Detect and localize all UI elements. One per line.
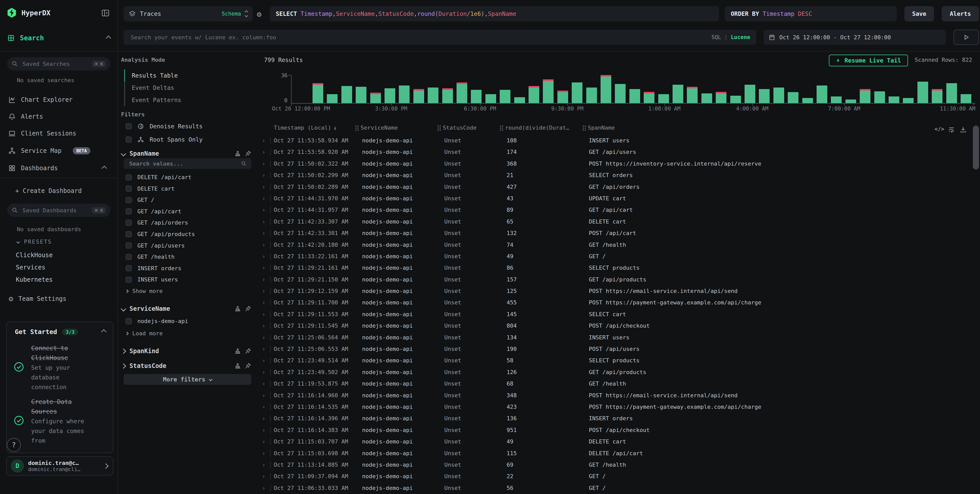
filter-group-statuscode[interactable]: StatusCode xyxy=(121,362,251,370)
spanname-search-box[interactable] xyxy=(124,158,251,169)
table-row[interactable]: ›Oct 27 11:44:31.957 AMnodejs-demo-apiUn… xyxy=(258,204,973,216)
expand-row-icon[interactable]: › xyxy=(262,355,265,366)
table-row[interactable]: ›Oct 27 11:15:03.698 AMnodejs-demo-apiUn… xyxy=(258,448,973,459)
table-row[interactable]: ›Oct 27 11:29:11.553 AMnodejs-demo-apiUn… xyxy=(258,308,973,320)
checkbox[interactable] xyxy=(126,174,132,180)
alerts-button[interactable]: Alerts xyxy=(942,6,979,21)
checkbox[interactable] xyxy=(126,265,132,271)
expand-row-icon[interactable]: › xyxy=(262,308,265,320)
expand-row-icon[interactable]: › xyxy=(262,251,265,262)
column-statuscode[interactable]: StatusCode xyxy=(437,124,476,131)
table-row[interactable]: ›Oct 27 11:16:14.960 AMnodejs-demo-apiUn… xyxy=(258,390,973,401)
sidebar-item-chart-explorer[interactable]: Chart Explorer xyxy=(8,96,110,103)
lucene-mode[interactable]: Lucene xyxy=(731,34,750,40)
expand-row-icon[interactable]: › xyxy=(262,378,265,389)
drag-handle-icon[interactable] xyxy=(437,125,441,131)
table-row[interactable]: ›Oct 27 11:33:22.161 AMnodejs-demo-apiUn… xyxy=(258,251,973,262)
table-row[interactable]: ›Oct 27 11:44:31.970 AMnodejs-demo-apiUn… xyxy=(258,193,973,204)
column-servicename[interactable]: ServiceName xyxy=(355,124,398,131)
table-row[interactable]: ›Oct 27 11:29:21.150 AMnodejs-demo-apiUn… xyxy=(258,274,973,285)
expand-row-icon[interactable]: › xyxy=(262,227,265,239)
table-row[interactable]: ›Oct 27 11:09:37.094 AMnodejs-demo-apiUn… xyxy=(258,470,973,482)
spanname-search-input[interactable] xyxy=(128,160,238,167)
checkbox[interactable] xyxy=(126,220,132,226)
expand-row-icon[interactable]: › xyxy=(262,413,265,424)
filter-value-row[interactable]: INSERT orders xyxy=(126,265,181,272)
chart-icon[interactable] xyxy=(234,348,241,354)
chart-icon[interactable] xyxy=(234,150,241,157)
table-row[interactable]: ›Oct 27 11:29:11.545 AMnodejs-demo-apiUn… xyxy=(258,320,973,332)
pin-icon[interactable] xyxy=(245,305,251,312)
checkbox[interactable] xyxy=(126,231,132,237)
filter-value-row[interactable]: DELETE /api/cart xyxy=(126,174,191,180)
filter-group-servicename[interactable]: ServiceName xyxy=(121,305,251,312)
table-row[interactable]: ›Oct 27 11:42:33.307 AMnodejs-demo-apiUn… xyxy=(258,216,973,227)
table-scrollbar-thumb[interactable] xyxy=(973,125,979,170)
filter-value-row[interactable]: GET /api/cart xyxy=(126,208,181,214)
table-row[interactable]: ›Oct 27 11:19:53.875 AMnodejs-demo-apiUn… xyxy=(258,378,973,389)
expand-row-icon[interactable]: › xyxy=(262,343,265,355)
collapse-dashboards-icon[interactable] xyxy=(102,165,107,171)
expand-row-icon[interactable]: › xyxy=(262,193,265,204)
checkbox[interactable] xyxy=(126,276,132,283)
expand-row-icon[interactable]: › xyxy=(262,401,265,413)
preset-item[interactable]: Services xyxy=(16,261,53,273)
sidebar-item-dashboards[interactable]: Dashboards xyxy=(8,164,110,172)
table-row[interactable]: ›Oct 27 11:53:58.934 AMnodejs-demo-apiUn… xyxy=(258,135,973,146)
checkbox[interactable] xyxy=(126,186,132,192)
saved-dashboards-input[interactable] xyxy=(21,206,89,214)
query-settings-gear-icon[interactable]: ⚙ xyxy=(257,10,261,19)
table-row[interactable]: ›Oct 27 11:23:49.502 AMnodejs-demo-apiUn… xyxy=(258,367,973,378)
table-row[interactable]: ›Oct 27 11:15:03.707 AMnodejs-demo-apiUn… xyxy=(258,436,973,447)
table-row[interactable]: ›Oct 27 11:29:11.700 AMnodejs-demo-apiUn… xyxy=(258,297,973,308)
table-row[interactable]: ›Oct 27 11:29:21.161 AMnodejs-demo-apiUn… xyxy=(258,262,973,273)
saved-searches-box[interactable]: ⌘ K xyxy=(7,57,110,70)
create-dashboard-button[interactable]: + Create Dashboard xyxy=(15,187,82,194)
filter-group-spankind[interactable]: SpanKind xyxy=(121,348,251,355)
table-row[interactable]: ›Oct 27 11:42:20.180 AMnodejs-demo-apiUn… xyxy=(258,239,973,251)
analysis-mode-option[interactable]: Event Patterns xyxy=(124,94,181,106)
column-duration[interactable]: round(divide(Durat… xyxy=(500,124,570,131)
table-row[interactable]: ›Oct 27 11:16:14.383 AMnodejs-demo-apiUn… xyxy=(258,424,973,436)
chart-icon[interactable] xyxy=(234,362,241,369)
download-icon[interactable] xyxy=(959,126,967,133)
sidebar-item-alerts[interactable]: Alerts xyxy=(8,113,110,121)
get-started-step-2[interactable]: Create Data Sources Configure where your… xyxy=(6,396,113,445)
expand-row-icon[interactable]: › xyxy=(262,470,265,482)
table-row[interactable]: ›Oct 27 11:29:12.159 AMnodejs-demo-apiUn… xyxy=(258,285,973,297)
chart-icon[interactable] xyxy=(234,305,241,312)
save-button[interactable]: Save xyxy=(904,6,934,21)
saved-dashboards-box[interactable]: ⌘ K xyxy=(7,203,110,217)
more-filters-button[interactable]: More filters xyxy=(124,374,251,385)
expand-row-icon[interactable]: › xyxy=(262,216,265,227)
table-row[interactable]: ›Oct 27 11:23:49.514 AMnodejs-demo-apiUn… xyxy=(258,355,973,366)
saved-searches-input[interactable] xyxy=(21,60,89,68)
expand-row-icon[interactable]: › xyxy=(262,146,265,158)
expand-row-icon[interactable]: › xyxy=(262,170,265,181)
analysis-mode-option[interactable]: Results Table xyxy=(124,70,181,82)
drag-handle-icon[interactable] xyxy=(582,125,586,131)
expand-row-icon[interactable]: › xyxy=(262,297,265,308)
drag-handle-icon[interactable] xyxy=(500,125,503,131)
expand-row-icon[interactable]: › xyxy=(262,285,265,297)
checkbox[interactable] xyxy=(126,197,132,203)
filter-value-row[interactable]: GET /api/products xyxy=(126,231,195,237)
expand-row-icon[interactable]: › xyxy=(262,448,265,459)
sql-mode[interactable]: SQL xyxy=(711,34,721,40)
expand-row-icon[interactable]: › xyxy=(262,436,265,447)
sidebar-item-search[interactable]: Search xyxy=(7,34,110,42)
table-row[interactable]: ›Oct 27 11:42:33.301 AMnodejs-demo-apiUn… xyxy=(258,227,973,239)
expand-row-icon[interactable]: › xyxy=(262,424,265,436)
pin-icon[interactable] xyxy=(245,150,251,157)
table-row[interactable]: ›Oct 27 11:50:02.289 AMnodejs-demo-apiUn… xyxy=(258,181,973,193)
get-started-step-1[interactable]: Connect to ClickHouse Set up your databa… xyxy=(6,343,113,391)
table-row[interactable]: ›Oct 27 11:13:14.885 AMnodejs-demo-apiUn… xyxy=(258,459,973,470)
language-toggle[interactable]: SQL | Lucene xyxy=(711,34,750,40)
checkbox[interactable] xyxy=(126,123,132,129)
get-started-step-3[interactable]: Add Data Start sending xyxy=(6,450,113,453)
help-button[interactable]: ? xyxy=(6,438,21,452)
expand-row-icon[interactable]: › xyxy=(262,262,265,273)
source-selector[interactable]: Traces Schema xyxy=(124,6,253,21)
filter-value-row[interactable]: GET /api/users xyxy=(126,242,185,249)
expand-row-icon[interactable]: › xyxy=(262,274,265,285)
